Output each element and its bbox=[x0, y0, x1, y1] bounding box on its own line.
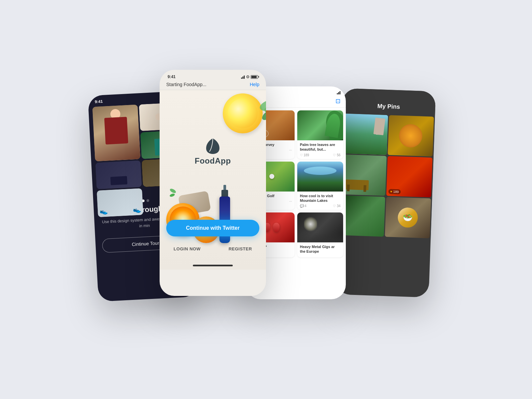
app-scene: 9:41 ✈ bbox=[83, 50, 449, 349]
feed-card-golf-more: ··· bbox=[289, 200, 292, 203]
food-status-icons: ⊙ bbox=[241, 74, 258, 79]
feed-signal-icon bbox=[337, 90, 340, 94]
twitter-button-label: Continue with Twitter bbox=[186, 225, 239, 231]
feed-card-metal-title: Heavy Metal Gigs ar the Europe bbox=[300, 244, 340, 254]
food-phone: 9:41 ⊙ Starting FoodApp... Help bbox=[160, 70, 266, 296]
feed-card-lakes[interactable]: How cool is to visit Mountain Lakes 💬 4 … bbox=[297, 162, 343, 210]
pin-cell-6[interactable]: 🥗 bbox=[385, 197, 431, 238]
pins-grid: ♥ 189 🥗 bbox=[337, 112, 435, 239]
feed-card-palm-body: Palm tree leaves are beautiful, but... ♡… bbox=[297, 140, 343, 159]
heart-icon: ♥ bbox=[390, 190, 392, 193]
wifi-icon: ⊙ bbox=[246, 74, 249, 79]
food-status-bar: 9:41 ⊙ bbox=[160, 70, 266, 80]
feed-card-metal-img bbox=[297, 212, 343, 242]
feed-card-lakes-img bbox=[297, 162, 343, 192]
pin-heart-badge: ♥ 189 bbox=[388, 189, 401, 194]
feed-card-lakes-comments: 💬 4 bbox=[300, 204, 307, 208]
pin-cell-2[interactable] bbox=[387, 115, 434, 157]
signal-icon bbox=[241, 75, 245, 79]
food-logo-area: FoodApp bbox=[160, 137, 266, 166]
feed-card-bikes-more: ··· bbox=[289, 148, 292, 152]
food-nav: Starting FoodApp... Help bbox=[160, 80, 266, 90]
feed-card-palm-likes: ♡ 189 bbox=[300, 153, 309, 157]
photo-cell-6: 👟 👟 bbox=[97, 188, 143, 217]
edit-icon[interactable]: ⊡ bbox=[335, 97, 340, 105]
status-time: 9:41 bbox=[95, 99, 103, 104]
feed-card-palm-title: Palm tree leaves are beautiful, but... bbox=[300, 142, 340, 152]
herb-small bbox=[170, 189, 176, 197]
feed-card-metal[interactable]: Heavy Metal Gigs ar the Europe bbox=[297, 212, 343, 257]
leaf-icon bbox=[204, 137, 221, 155]
pins-header: My Pins bbox=[342, 88, 436, 116]
feed-card-palm[interactable]: Palm tree leaves are beautiful, but... ♡… bbox=[297, 110, 343, 159]
feed-card-lakes-title: How cool is to visit Mountain Lakes bbox=[300, 194, 340, 203]
feed-card-palm-comments: ♡ 56 bbox=[333, 153, 340, 157]
twitter-button[interactable]: Continue with Twitter bbox=[166, 220, 259, 236]
food-lemon-decoration bbox=[223, 93, 263, 133]
feed-card-palm-meta: ♡ 189 ♡ 56 bbox=[300, 153, 340, 157]
pin-cell-1[interactable] bbox=[341, 113, 388, 155]
food-logo-name: FoodApp bbox=[160, 156, 266, 166]
feed-card-metal-body: Heavy Metal Gigs ar the Europe bbox=[297, 242, 343, 257]
feed-card-lakes-body: How cool is to visit Mountain Lakes 💬 4 … bbox=[297, 192, 343, 210]
food-footer: LOGIN NOW REGISTER bbox=[160, 246, 266, 251]
register-link[interactable]: REGISTER bbox=[228, 246, 252, 251]
home-indicator bbox=[193, 265, 233, 266]
feed-card-lakes-likes: ♡ 34 bbox=[333, 204, 340, 208]
feed-status-icons bbox=[337, 90, 340, 94]
login-link[interactable]: LOGIN NOW bbox=[174, 246, 200, 251]
help-button[interactable]: Help bbox=[250, 82, 259, 87]
pins-title: My Pins bbox=[347, 102, 430, 112]
food-nav-title: Starting FoodApp... bbox=[166, 82, 206, 87]
food-status-time: 9:41 bbox=[168, 74, 176, 79]
dot-3 bbox=[147, 199, 149, 202]
photo-cell-4 bbox=[95, 160, 142, 189]
pin-cell-3[interactable] bbox=[340, 154, 387, 196]
pins-phone: My Pins bbox=[335, 88, 436, 297]
battery-icon bbox=[251, 75, 258, 79]
feed-card-palm-img bbox=[297, 110, 343, 140]
food-body: FoodApp Continue with Twitte bbox=[160, 90, 266, 270]
photo-cell-1 bbox=[92, 104, 140, 161]
feed-card-lakes-meta: 💬 4 ♡ 34 bbox=[300, 204, 340, 208]
pin-cell-4[interactable]: ♥ 189 bbox=[386, 156, 433, 198]
heart-count: 189 bbox=[393, 190, 399, 194]
